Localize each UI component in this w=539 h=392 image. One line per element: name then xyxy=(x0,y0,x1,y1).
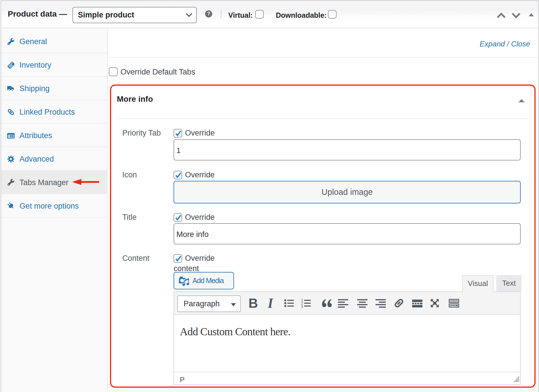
svg-text:3: 3 xyxy=(301,304,303,309)
